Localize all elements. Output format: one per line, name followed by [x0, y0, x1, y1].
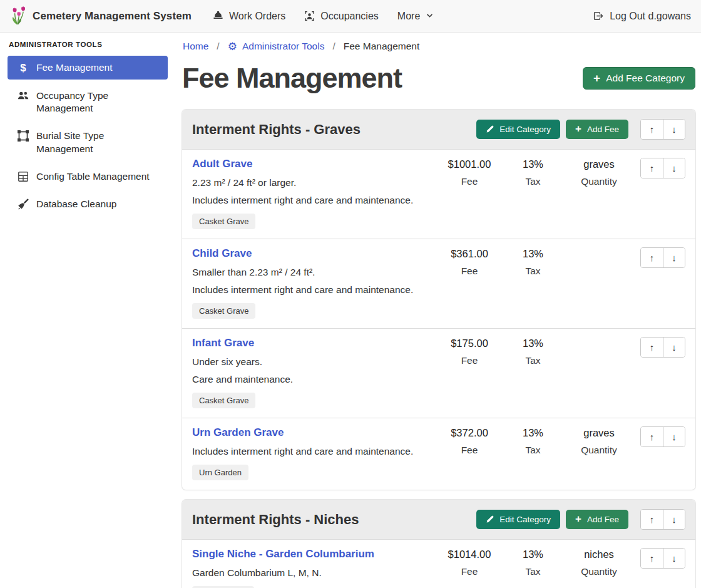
sidebar-item-burial-site-type-management[interactable]: Burial Site Type Management: [8, 125, 168, 160]
fee-description: 2.23 m² / 24 ft² or larger.: [192, 177, 433, 188]
fee-row: Urn Garden Grave Includes interment righ…: [182, 418, 695, 490]
fee-row: Infant Grave Under six years. Care and m…: [182, 328, 695, 418]
sidebar-item-config-table-management[interactable]: Config Table Management: [8, 165, 168, 188]
move-fee-up-button[interactable]: ↑: [641, 158, 663, 178]
fee-quantity: niches: [565, 549, 633, 560]
category-reorder-group: ↑ ↓: [640, 509, 685, 530]
breadcrumb-admin-link[interactable]: ⚙ Administrator Tools: [228, 41, 325, 52]
sidebar-item-label: Database Cleanup: [36, 198, 116, 210]
sidebar-item-label: Burial Site Type Management: [36, 130, 161, 155]
add-fee-button[interactable]: + Add Fee: [566, 510, 628, 529]
table-icon: [17, 170, 29, 182]
fee-quantity: graves: [565, 427, 633, 439]
fee-reorder-group: ↑ ↓: [640, 158, 685, 178]
fee-category-card: Interment Rights - Niches Edit Category …: [182, 500, 695, 588]
move-fee-down-button[interactable]: ↓: [663, 549, 685, 568]
category-title: Interment Rights - Graves: [192, 121, 471, 138]
sidebar-item-label: Fee Management: [36, 61, 113, 74]
breadcrumb-home-link[interactable]: Home: [183, 41, 208, 52]
fee-rows: Single Niche - Garden Columbarium Garden…: [182, 539, 695, 588]
category-header: Interment Rights - Graves Edit Category …: [182, 110, 695, 149]
fee-amount: $175.00: [438, 338, 501, 349]
move-category-up-button[interactable]: ↑: [641, 120, 663, 139]
add-fee-button[interactable]: + Add Fee: [566, 120, 628, 139]
person-badge-icon: [304, 11, 315, 21]
hard-hat-icon: [213, 11, 223, 21]
move-category-up-button[interactable]: ↑: [641, 510, 663, 529]
move-fee-down-button[interactable]: ↓: [663, 338, 685, 357]
fee-row: Adult Grave 2.23 m² / 24 ft² or larger. …: [182, 149, 695, 239]
fee-amount: $1001.00: [438, 158, 501, 170]
move-category-down-button[interactable]: ↓: [663, 510, 685, 529]
logout-button[interactable]: Log Out d.gowans: [593, 11, 691, 22]
move-fee-down-button[interactable]: ↓: [663, 427, 685, 446]
fee-amount-label: Fee: [438, 566, 501, 577]
fee-amount: $1014.00: [438, 549, 501, 560]
add-fee-category-button[interactable]: + Add Fee Category: [583, 67, 695, 90]
move-fee-up-button[interactable]: ↑: [641, 549, 663, 568]
logout-icon: [593, 11, 603, 21]
breadcrumb: Home / ⚙ Administrator Tools / Fee Manag…: [183, 41, 695, 52]
bounding-box-icon: [17, 130, 29, 142]
navbar-item[interactable]: Occupancies: [304, 11, 379, 22]
plus-icon: +: [575, 513, 581, 524]
plus-icon: +: [593, 72, 600, 84]
main-content: Home / ⚙ Administrator Tools / Fee Manag…: [175, 33, 701, 588]
fee-categories: Interment Rights - Graves Edit Category …: [182, 110, 695, 588]
fee-type-badge: Casket Grave: [192, 214, 255, 229]
broom-icon: [17, 198, 29, 210]
logout-label: Log Out d.gowans: [610, 11, 691, 22]
fee-name-link[interactable]: Urn Garden Grave: [192, 426, 284, 439]
fee-quantity-label: Quantity: [565, 566, 633, 577]
fee-reorder-group: ↑ ↓: [640, 548, 685, 569]
fee-tax: 13%: [501, 158, 565, 170]
fee-quantity: graves: [565, 158, 633, 170]
edit-category-button[interactable]: Edit Category: [476, 120, 560, 139]
fee-description: Smaller than 2.23 m² / 24 ft².: [192, 267, 433, 278]
fee-description: Includes interment right and care and ma…: [192, 446, 433, 457]
fee-name-link[interactable]: Single Niche - Garden Columbarium: [192, 548, 374, 560]
pencil-icon: [486, 125, 494, 133]
fee-name-link[interactable]: Infant Grave: [192, 337, 254, 349]
move-fee-down-button[interactable]: ↓: [663, 248, 685, 267]
move-fee-down-button[interactable]: ↓: [663, 158, 685, 178]
category-reorder-group: ↑ ↓: [640, 119, 685, 140]
people-icon: [17, 90, 29, 101]
fee-category-card: Interment Rights - Graves Edit Category …: [182, 110, 695, 490]
move-fee-up-button[interactable]: ↑: [641, 338, 663, 357]
sidebar-item-database-cleanup[interactable]: Database Cleanup: [8, 193, 168, 215]
sidebar-item-label: Config Table Management: [36, 170, 150, 183]
move-fee-up-button[interactable]: ↑: [641, 427, 663, 446]
fee-description: Care and maintenance.: [192, 374, 433, 385]
edit-category-button[interactable]: Edit Category: [476, 510, 560, 529]
move-category-down-button[interactable]: ↓: [663, 120, 685, 139]
edit-category-label: Edit Category: [499, 515, 551, 524]
sidebar-item-fee-management[interactable]: Fee Management: [8, 56, 168, 80]
sidebar-item-occupancy-type-management[interactable]: Occupancy Type Management: [8, 85, 168, 120]
app-title: Cemetery Management System: [33, 10, 192, 23]
fee-type-badge: Casket Grave: [192, 393, 255, 408]
sidebar: ADMINISTRATOR TOOLS Fee Management Occup…: [0, 33, 175, 220]
fee-amount-label: Fee: [438, 355, 501, 366]
fee-quantity-label: Quantity: [565, 445, 633, 456]
fee-row: Single Niche - Garden Columbarium Garden…: [182, 539, 695, 588]
breadcrumb-admin-label: Administrator Tools: [242, 41, 325, 52]
move-fee-up-button[interactable]: ↑: [641, 248, 663, 267]
fee-tax: 13%: [501, 248, 565, 260]
category-title: Interment Rights - Niches: [192, 512, 471, 528]
sidebar-item-label: Occupancy Type Management: [36, 90, 161, 115]
fee-tax: 13%: [501, 427, 565, 439]
navbar-item[interactable]: More: [397, 11, 434, 22]
navbar-item[interactable]: Work Orders: [213, 11, 285, 22]
dollar-icon: [17, 61, 29, 73]
fee-name-link[interactable]: Adult Grave: [192, 158, 252, 170]
fee-description: Includes interment right and care and ma…: [192, 284, 433, 296]
breadcrumb-separator: /: [332, 41, 335, 52]
fee-description: Includes interment right and care and ma…: [192, 195, 433, 206]
breadcrumb-separator: /: [217, 41, 219, 52]
gear-icon: ⚙: [228, 41, 237, 52]
app-brand: Cemetery Management System: [10, 6, 192, 26]
fee-name-link[interactable]: Child Grave: [192, 247, 252, 260]
fee-amount-label: Fee: [438, 266, 501, 277]
category-header: Interment Rights - Niches Edit Category …: [182, 500, 695, 539]
